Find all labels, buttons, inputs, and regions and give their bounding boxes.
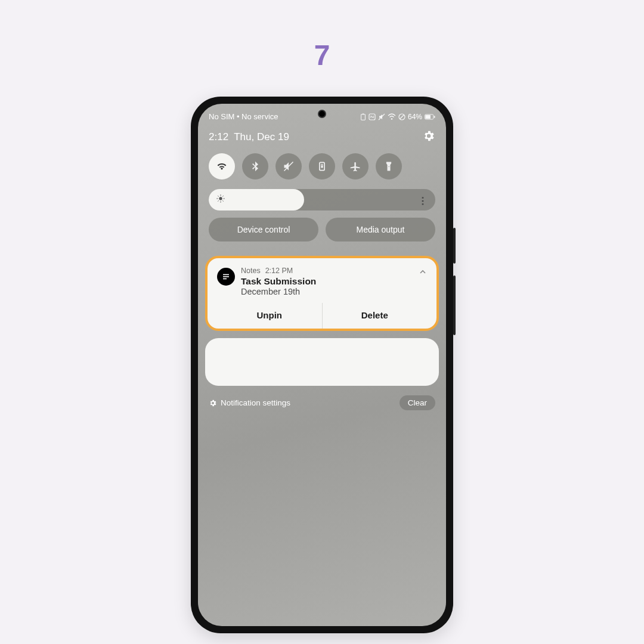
quick-settings-header: 2:12 Thu, Dec 19 bbox=[198, 125, 446, 151]
quick-settings-tiles bbox=[198, 151, 446, 187]
qs-time-date: 2:12 Thu, Dec 19 bbox=[209, 131, 289, 143]
notification-app-name: Notes bbox=[241, 267, 261, 275]
brightness-more-icon[interactable]: ⋯ bbox=[417, 196, 429, 204]
svg-point-13 bbox=[219, 197, 222, 200]
brightness-slider[interactable]: ⋯ bbox=[209, 189, 435, 210]
notes-app-icon bbox=[217, 268, 235, 286]
notification-card[interactable]: Notes 2:12 PM Task Submission December 1… bbox=[205, 256, 439, 331]
quick-settings-buttons: Device control Media output bbox=[198, 218, 446, 249]
qs-date: Thu, Dec 19 bbox=[234, 131, 289, 143]
svg-rect-8 bbox=[425, 114, 431, 118]
battery-icon bbox=[425, 114, 435, 120]
svg-line-21 bbox=[222, 196, 223, 196]
notification-card-blank[interactable] bbox=[205, 338, 439, 386]
mute-icon bbox=[378, 113, 385, 120]
status-right: 64% bbox=[360, 113, 435, 121]
front-camera bbox=[318, 110, 326, 118]
notification-settings-label: Notification settings bbox=[221, 398, 290, 407]
airplane-tile[interactable] bbox=[342, 153, 369, 179]
svg-rect-0 bbox=[361, 114, 366, 119]
svg-line-20 bbox=[218, 200, 218, 201]
notification-footer: Notification settings Clear bbox=[198, 392, 446, 414]
no-data-icon bbox=[398, 113, 405, 120]
device-control-button[interactable]: Device control bbox=[209, 218, 318, 242]
phone-frame: No SIM • No service 64% 2:12 Thu, Dec 19 bbox=[191, 97, 453, 633]
rotation-lock-tile[interactable] bbox=[309, 153, 335, 179]
notification-body: December 19th bbox=[241, 287, 427, 296]
delete-button[interactable]: Delete bbox=[322, 303, 428, 329]
svg-rect-12 bbox=[321, 165, 323, 168]
svg-rect-9 bbox=[434, 116, 435, 118]
gear-small-icon bbox=[209, 399, 217, 407]
wifi-icon bbox=[388, 113, 396, 120]
collapse-chevron-icon[interactable] bbox=[419, 268, 427, 278]
svg-rect-1 bbox=[363, 113, 364, 114]
step-number: 7 bbox=[314, 39, 330, 72]
mute-tile[interactable] bbox=[275, 153, 302, 179]
brightness-icon bbox=[216, 194, 225, 206]
battery-saver-icon bbox=[360, 113, 366, 120]
notification-title: Task Submission bbox=[241, 276, 413, 287]
bluetooth-tile[interactable] bbox=[242, 153, 268, 179]
svg-point-4 bbox=[391, 118, 393, 120]
qs-time: 2:12 bbox=[209, 131, 228, 143]
wifi-tile[interactable] bbox=[209, 153, 235, 179]
notification-settings-link[interactable]: Notification settings bbox=[209, 398, 290, 407]
settings-gear-icon[interactable] bbox=[422, 129, 435, 145]
svg-line-19 bbox=[222, 200, 223, 201]
status-carrier: No SIM • No service bbox=[209, 112, 278, 121]
flashlight-tile[interactable] bbox=[376, 153, 402, 179]
media-output-button[interactable]: Media output bbox=[326, 218, 435, 242]
nfc-icon bbox=[369, 113, 376, 120]
notification-header: Notes 2:12 PM Task Submission bbox=[217, 267, 427, 287]
clear-button[interactable]: Clear bbox=[400, 395, 435, 410]
svg-line-6 bbox=[400, 114, 404, 119]
notification-actions: Unpin Delete bbox=[217, 302, 427, 329]
battery-percent: 64% bbox=[408, 113, 422, 121]
notification-time: 2:12 PM bbox=[265, 267, 293, 275]
phone-screen: No SIM • No service 64% 2:12 Thu, Dec 19 bbox=[198, 104, 446, 626]
unpin-button[interactable]: Unpin bbox=[217, 303, 322, 329]
svg-line-18 bbox=[218, 196, 218, 196]
